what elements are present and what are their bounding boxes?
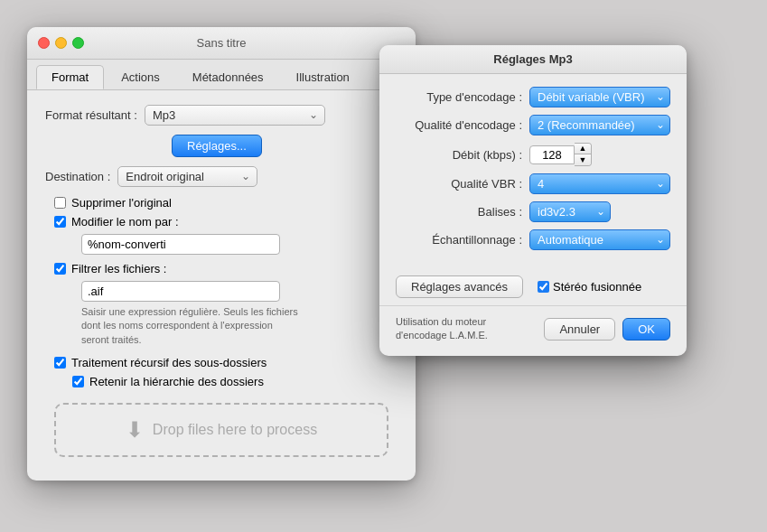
- debit-label: Débit (kbps) :: [396, 148, 522, 162]
- type-encodage-row: Type d'encodage : Débit variable (VBR): [396, 87, 670, 107]
- qualite-vbr-control: 4: [529, 173, 670, 194]
- destination-label: Destination :: [45, 170, 110, 183]
- qualite-encodage-control: 2 (Recommandée): [529, 115, 670, 135]
- echantillonnage-label: Échantillonnage :: [396, 233, 522, 247]
- debit-input[interactable]: [529, 145, 575, 164]
- qualite-vbr-select[interactable]: 4: [529, 173, 670, 194]
- debit-stepper: ▲ ▼: [529, 143, 670, 166]
- dialog-titlebar: Réglages Mp3: [379, 45, 687, 74]
- drop-icon: ⬇: [126, 417, 144, 443]
- type-encodage-control: Débit variable (VBR): [529, 87, 670, 107]
- echantillonnage-select-wrapper[interactable]: Automatique: [529, 229, 670, 250]
- retenir-label: Retenir la hiérarchie des dossiers: [89, 375, 264, 388]
- debit-up-button[interactable]: ▲: [575, 144, 591, 154]
- type-encodage-select-wrapper[interactable]: Débit variable (VBR): [529, 87, 670, 107]
- retenir-checkbox[interactable]: [72, 376, 84, 387]
- qualite-encodage-select[interactable]: 2 (Recommandée): [529, 115, 670, 135]
- drop-zone[interactable]: ⬇ Drop files here to process: [54, 403, 388, 457]
- balises-label: Balises :: [396, 205, 522, 219]
- qualite-vbr-select-wrapper[interactable]: 4: [529, 173, 670, 194]
- retenir-row: Retenir la hiérarchie des dossiers: [45, 375, 398, 388]
- modifier-checkbox[interactable]: [54, 216, 66, 228]
- debit-control: ▲ ▼: [529, 143, 670, 166]
- traitement-label: Traitement récursif des sous-dossiers: [71, 356, 267, 369]
- filtrer-input[interactable]: [81, 281, 280, 302]
- main-window: Sans titre Format Actions Métadonnées Il…: [27, 27, 416, 481]
- hint-text: Saisir une expression régulière. Seuls l…: [63, 305, 298, 347]
- balises-select-wrapper[interactable]: id3v2.3: [529, 201, 611, 222]
- debit-down-button[interactable]: ▼: [575, 154, 591, 165]
- supprimer-checkbox[interactable]: [54, 197, 66, 209]
- filtrer-checkbox[interactable]: [54, 263, 66, 275]
- stereo-checkbox[interactable]: [538, 281, 549, 293]
- qualite-encodage-row: Qualité d'encodage : 2 (Recommandée): [396, 115, 670, 135]
- tab-bar: Format Actions Métadonnées Illustration: [27, 60, 416, 90]
- filtrer-row: Filtrer les fichiers :: [45, 262, 398, 275]
- annuler-button[interactable]: Annuler: [544, 318, 615, 341]
- format-label: Format résultant :: [45, 108, 137, 122]
- window-titlebar: Sans titre: [27, 27, 416, 60]
- tab-metadonnees[interactable]: Métadonnées: [177, 65, 279, 89]
- tab-format[interactable]: Format: [36, 65, 104, 89]
- tab-actions[interactable]: Actions: [106, 65, 175, 89]
- stereo-label: Stéréo fusionnée: [553, 280, 641, 294]
- echantillonnage-select[interactable]: Automatique: [529, 229, 670, 250]
- modifier-row: Modifier le nom par :: [45, 215, 398, 229]
- main-content: Format résultant : Mp3 Réglages... Desti…: [27, 90, 416, 481]
- destination-select-wrapper[interactable]: Endroit original: [117, 166, 257, 187]
- debit-row: Débit (kbps) : ▲ ▼: [396, 143, 670, 166]
- stereo-row: Stéréo fusionnée: [538, 280, 641, 294]
- traitement-checkbox[interactable]: [54, 357, 66, 369]
- filtrer-label: Filtrer les fichiers :: [71, 262, 166, 275]
- format-select-wrapper[interactable]: Mp3: [145, 105, 325, 126]
- supprimer-row: Supprimer l'original: [45, 196, 398, 210]
- advanced-area: Réglages avancés Stéréo fusionnée: [379, 270, 687, 302]
- dialog-window: Réglages Mp3 Type d'encodage : Débit var…: [379, 45, 687, 356]
- format-select[interactable]: Mp3: [145, 105, 325, 126]
- engine-text: Utilisation du moteur d'encodage L.A.M.E…: [396, 315, 537, 343]
- dialog-footer: Utilisation du moteur d'encodage L.A.M.E…: [379, 305, 687, 356]
- close-button[interactable]: [38, 37, 50, 49]
- type-encodage-select[interactable]: Débit variable (VBR): [529, 87, 670, 107]
- debit-stepper-buttons: ▲ ▼: [575, 143, 592, 166]
- drop-zone-text: Drop files here to process: [153, 422, 317, 438]
- destination-select[interactable]: Endroit original: [117, 166, 257, 187]
- destination-row: Destination : Endroit original: [45, 166, 398, 187]
- supprimer-label: Supprimer l'original: [71, 196, 172, 210]
- traffic-lights: [38, 37, 84, 49]
- maximize-button[interactable]: [72, 37, 84, 49]
- tab-illustration[interactable]: Illustration: [281, 65, 365, 89]
- type-encodage-label: Type d'encodage :: [396, 90, 522, 104]
- qualite-encodage-select-wrapper[interactable]: 2 (Recommandée): [529, 115, 670, 135]
- qualite-vbr-row: Qualité VBR : 4: [396, 173, 670, 194]
- balises-row: Balises : id3v2.3: [396, 201, 670, 222]
- format-row: Format résultant : Mp3: [45, 105, 398, 126]
- balises-select[interactable]: id3v2.3: [529, 201, 611, 222]
- minimize-button[interactable]: [55, 37, 67, 49]
- advanced-button[interactable]: Réglages avancés: [396, 275, 523, 298]
- traitement-row: Traitement récursif des sous-dossiers: [45, 356, 398, 369]
- modifier-label: Modifier le nom par :: [71, 215, 179, 229]
- ok-button[interactable]: OK: [622, 318, 670, 341]
- nom-converti-input[interactable]: [81, 234, 280, 255]
- qualite-encodage-label: Qualité d'encodage :: [396, 118, 522, 132]
- echantillonnage-control: Automatique: [529, 229, 670, 250]
- reglages-button[interactable]: Réglages...: [172, 135, 262, 157]
- balises-control: id3v2.3: [529, 201, 670, 222]
- dialog-title: Réglages Mp3: [493, 52, 572, 66]
- echantillonnage-row: Échantillonnage : Automatique: [396, 229, 670, 250]
- dialog-content: Type d'encodage : Débit variable (VBR) Q…: [379, 74, 687, 270]
- qualite-vbr-label: Qualité VBR :: [396, 177, 522, 191]
- window-title: Sans titre: [197, 36, 247, 50]
